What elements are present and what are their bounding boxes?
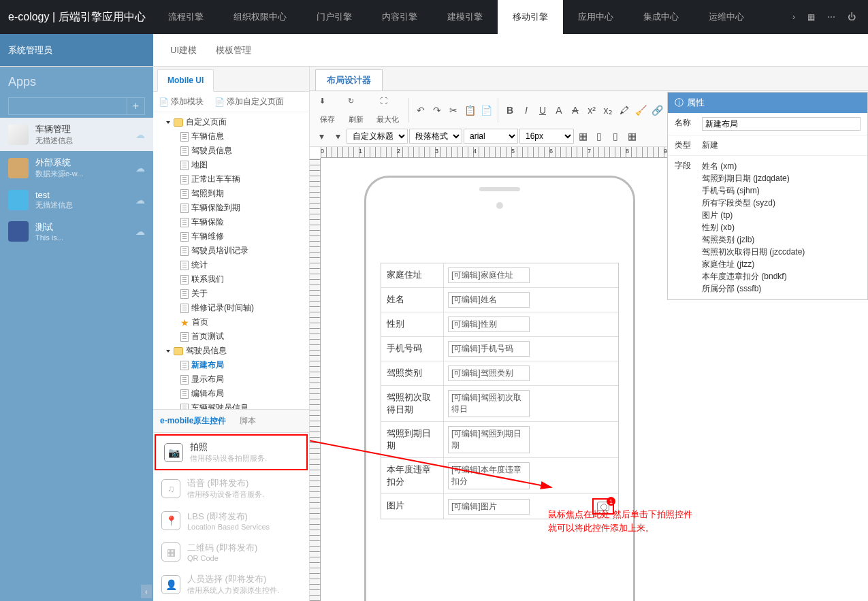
field-item[interactable]: 本年度违章扣分 (bndkf): [702, 270, 861, 282]
tree-node[interactable]: 关于: [153, 287, 309, 301]
tb-a-icon[interactable]: ▦: [575, 129, 590, 144]
form-input[interactable]: [可编辑]家庭住址: [448, 267, 530, 283]
chevron-right-icon[interactable]: ›: [792, 12, 795, 22]
field-item[interactable]: 性别 (xb): [702, 221, 861, 233]
size-select[interactable]: 16px: [519, 129, 574, 144]
add-app-input[interactable]: +: [8, 97, 145, 115]
topnav-item[interactable]: 门户引擎: [302, 0, 367, 34]
control-item[interactable]: 👤人员选择 (即将发布)借用系统人力资源原生控件.: [153, 568, 309, 601]
strike-icon[interactable]: A: [568, 103, 583, 118]
tree-node[interactable]: 车辆维修: [153, 229, 309, 244]
cut-icon[interactable]: ✂: [446, 103, 461, 118]
subnav-ui-model[interactable]: UI建模: [170, 44, 197, 56]
topnav-item[interactable]: 组织权限中心: [219, 0, 302, 34]
tree-node[interactable]: 驾照到期: [153, 186, 309, 201]
form-input[interactable]: [可编辑]手机号码: [448, 341, 530, 357]
form-input[interactable]: [可编辑]性别: [448, 316, 530, 332]
field-item[interactable]: 手机号码 (sjhm): [702, 184, 861, 197]
subscript-icon[interactable]: x₂: [600, 103, 615, 118]
underline-icon[interactable]: U: [535, 103, 550, 118]
tb-c-icon[interactable]: ▯: [608, 129, 623, 144]
tree-node[interactable]: 显示布局: [153, 372, 309, 387]
control-item[interactable]: ♫语音 (即将发布)借用移动设备语音服务.: [153, 472, 309, 505]
grid-icon[interactable]: ▦: [807, 12, 815, 22]
topnav-item[interactable]: 移动引擎: [498, 0, 563, 34]
tb-d-icon[interactable]: ▦: [624, 129, 639, 144]
form-input[interactable]: [可编辑]姓名: [448, 292, 530, 308]
tree-node[interactable]: ★ 首页: [153, 315, 309, 329]
save-button[interactable]: ⬇保存: [314, 94, 341, 126]
maximize-button[interactable]: ⛶最大化: [371, 94, 404, 126]
power-icon[interactable]: ⏻: [848, 12, 856, 22]
tree-node[interactable]: 车辆保险: [153, 215, 309, 229]
para-select[interactable]: 段落格式: [409, 129, 462, 144]
collapse-sidebar-icon[interactable]: ‹: [141, 585, 152, 598]
topnav-item[interactable]: 应用中心: [563, 0, 628, 34]
topnav-item[interactable]: 运维中心: [694, 0, 759, 34]
tree-node[interactable]: 自定义页面: [153, 115, 309, 129]
field-item[interactable]: 所属分部 (sssfb): [702, 282, 861, 295]
highlight-icon[interactable]: 🖍: [617, 103, 632, 118]
form-input[interactable]: [可编辑]驾照初次取得日: [448, 390, 530, 417]
app-item[interactable]: 车辆管理无描述信息☁: [0, 118, 153, 151]
field-item[interactable]: 家庭住址 (jtzz): [702, 258, 861, 270]
form-input[interactable]: [可编辑]驾照类别: [448, 366, 530, 381]
add-module-button[interactable]: 📄 添加模块: [159, 96, 204, 108]
topnav-item[interactable]: 集成中心: [628, 0, 694, 34]
superscript-icon[interactable]: x²: [584, 103, 599, 118]
tree-node[interactable]: 车辆保险到期: [153, 201, 309, 215]
app-item[interactable]: 测试This is...☁: [0, 216, 153, 247]
form-input[interactable]: [可编辑]图片: [448, 499, 530, 515]
t1-icon[interactable]: ▾: [314, 129, 329, 144]
field-item[interactable]: 图片 (tp): [702, 209, 861, 221]
tree-node[interactable]: 驾驶员信息: [153, 344, 309, 358]
field-item[interactable]: 驾照到期日期 (jzdqdate): [702, 172, 861, 184]
refresh-button[interactable]: ↻刷新: [342, 94, 370, 126]
copy-icon[interactable]: 📋: [462, 103, 477, 118]
heading-select[interactable]: 自定义标题: [347, 129, 408, 144]
tree-node[interactable]: 编辑布局: [153, 387, 309, 401]
subnav-template[interactable]: 模板管理: [216, 44, 251, 56]
tree-node[interactable]: 驾驶员信息: [153, 144, 309, 158]
clear-format-icon[interactable]: 🧹: [633, 103, 648, 118]
mobile-ui-tab[interactable]: Mobile UI: [157, 69, 214, 92]
link-icon[interactable]: 🔗: [649, 103, 664, 118]
paste-icon[interactable]: 📄: [479, 103, 494, 118]
font-select[interactable]: arial: [464, 129, 518, 144]
italic-icon[interactable]: I: [519, 103, 534, 118]
tree-node[interactable]: 车辆驾驶员信息: [153, 401, 309, 409]
tree-node[interactable]: 首页测试: [153, 329, 309, 344]
tree-node[interactable]: 驾驶员培训记录: [153, 244, 309, 258]
topnav-item[interactable]: 流程引擎: [153, 0, 219, 34]
topnav-item[interactable]: 建模引擎: [432, 0, 498, 34]
control-item[interactable]: 📷拍照借用移动设备拍照服务.: [155, 434, 308, 470]
bold-icon[interactable]: B: [502, 103, 517, 118]
native-controls-tab[interactable]: e-mobile原生控件: [153, 410, 233, 432]
tree-node[interactable]: 维修记录(时间轴): [153, 301, 309, 315]
tree-node[interactable]: 统计: [153, 258, 309, 272]
topnav-item[interactable]: 内容引擎: [367, 0, 432, 34]
add-custom-page-button[interactable]: 📄 添加自定义页面: [214, 96, 284, 108]
redo-icon[interactable]: ↷: [430, 103, 445, 118]
tree-node[interactable]: 新建布局: [153, 358, 309, 372]
app-item[interactable]: test无描述信息☁: [0, 184, 153, 216]
control-item[interactable]: 📍LBS (即将发布)Location Based Services: [153, 505, 309, 536]
field-item[interactable]: 驾照初次取得日期 (jzccdate): [702, 246, 861, 258]
script-tab[interactable]: 脚本: [233, 410, 263, 432]
tree-node[interactable]: 正常出车车辆: [153, 172, 309, 186]
tree-node[interactable]: 地图: [153, 158, 309, 172]
prop-name-input[interactable]: [702, 117, 861, 131]
undo-icon[interactable]: ↶: [413, 103, 428, 118]
layout-designer-tab[interactable]: 布局设计器: [315, 69, 383, 91]
form-input[interactable]: [可编辑]本年度违章扣分: [448, 462, 530, 489]
control-item[interactable]: ▦二维码 (即将发布)QR Code: [153, 536, 309, 568]
tree-node[interactable]: 联系我们: [153, 272, 309, 287]
field-item[interactable]: 所有字段类型 (syzd): [702, 197, 861, 209]
app-item[interactable]: 外部系统数据来源e-w...☁: [0, 151, 153, 184]
t2-icon[interactable]: ▾: [330, 129, 345, 144]
form-input[interactable]: [可编辑]驾照到期日期: [448, 426, 530, 453]
tree-node[interactable]: 车辆信息: [153, 129, 309, 144]
field-item[interactable]: 姓名 (xm): [702, 160, 861, 172]
more-icon[interactable]: ⋯: [827, 12, 835, 22]
field-item[interactable]: 驾照类别 (jzlb): [702, 233, 861, 246]
